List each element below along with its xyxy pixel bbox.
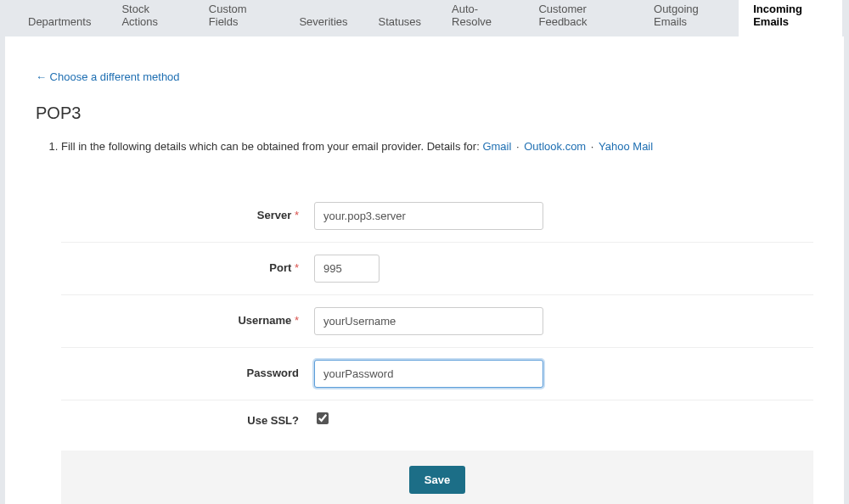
tab-incoming-emails[interactable]: Incoming Emails: [739, 0, 842, 36]
server-input[interactable]: [314, 202, 543, 230]
provider-link-outlook[interactable]: Outlook.com: [524, 140, 586, 153]
tab-outgoing-emails[interactable]: Outgoing Emails: [639, 0, 737, 36]
row-server: Server *: [61, 190, 813, 243]
label-port-text: Port: [269, 261, 291, 274]
label-password-text: Password: [247, 367, 299, 379]
label-username-text: Username: [238, 314, 291, 327]
required-icon: *: [295, 314, 299, 327]
form-area: Server * Port *: [61, 190, 813, 442]
step1-intro-text: Fill in the following details which can …: [61, 140, 482, 153]
step-1: Fill in the following details which can …: [61, 138, 813, 504]
row-password: Password: [61, 348, 813, 400]
username-input[interactable]: [314, 307, 543, 335]
required-icon: *: [295, 261, 299, 274]
content-panel: ← Choose a different method POP3 Fill in…: [5, 36, 844, 504]
label-port: Port *: [61, 260, 314, 277]
use-ssl-checkbox[interactable]: [317, 412, 329, 424]
required-icon: *: [295, 209, 299, 221]
tab-custom-fields[interactable]: Custom Fields: [194, 0, 284, 36]
row-use-ssl: Use SSL?: [61, 400, 813, 442]
provider-link-yahoo[interactable]: Yahoo Mail: [599, 140, 653, 153]
tab-bar: Departments Stock Actions Custom Fields …: [5, 5, 844, 36]
save-bar: Save: [61, 451, 813, 504]
back-link[interactable]: ← Choose a different method: [36, 70, 180, 83]
tab-stock-actions[interactable]: Stock Actions: [107, 0, 192, 36]
label-use-ssl-text: Use SSL?: [247, 414, 299, 427]
row-username: Username *: [61, 295, 813, 348]
label-server: Server *: [61, 207, 314, 225]
tab-statuses[interactable]: Statuses: [364, 7, 436, 36]
row-port: Port *: [61, 243, 813, 295]
label-password: Password: [61, 365, 314, 383]
steps-list: Fill in the following details which can …: [36, 138, 813, 504]
tab-customer-feedback[interactable]: Customer Feedback: [524, 0, 638, 36]
tab-severities[interactable]: Severities: [284, 7, 362, 36]
tab-departments[interactable]: Departments: [14, 7, 105, 36]
separator: ·: [591, 140, 597, 153]
page-root: Departments Stock Actions Custom Fields …: [0, 0, 849, 504]
separator: ·: [516, 140, 522, 153]
provider-link-gmail[interactable]: Gmail: [482, 140, 511, 153]
label-username: Username *: [61, 312, 314, 330]
tab-auto-resolve[interactable]: Auto-Resolve: [437, 0, 522, 36]
page-title: POP3: [36, 104, 813, 123]
label-server-text: Server: [257, 209, 291, 221]
password-input[interactable]: [314, 360, 543, 388]
label-use-ssl: Use SSL?: [61, 412, 314, 430]
port-input[interactable]: [314, 255, 380, 283]
save-button[interactable]: Save: [409, 466, 465, 494]
